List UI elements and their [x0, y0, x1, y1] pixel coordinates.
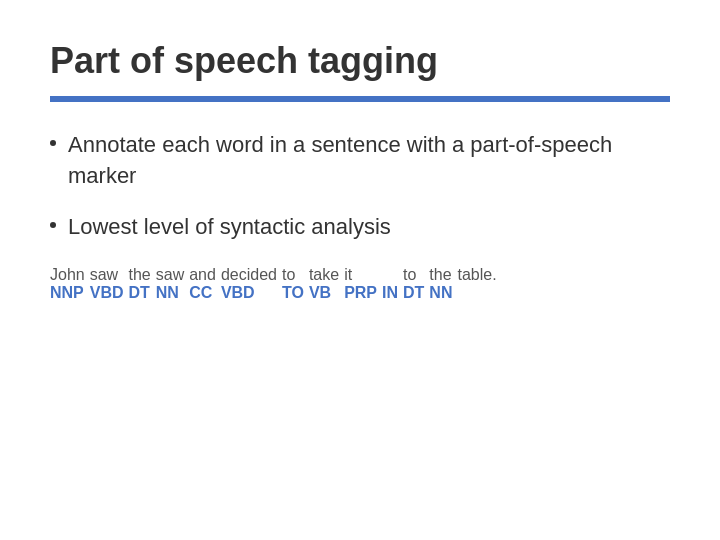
word-and: and — [189, 266, 221, 284]
tag-vbd1: VBD — [90, 284, 129, 302]
tag-to1: TO — [282, 284, 309, 302]
tag-cc: CC — [189, 284, 221, 302]
bullet-item-1: Annotate each word in a sentence with a … — [50, 130, 670, 192]
bullet-item-2: Lowest level of syntactic analysis — [50, 212, 670, 243]
tags-row: NNP VBD DT NN CC VBD TO VB PRP IN DT NN — [50, 284, 502, 302]
word-john: John — [50, 266, 90, 284]
tag-dt1: DT — [128, 284, 155, 302]
tag-vbd2: VBD — [221, 284, 282, 302]
word-to2: to — [403, 266, 429, 284]
word-to1: to — [282, 266, 309, 284]
tag-nn1: NN — [156, 284, 189, 302]
examples-section: John saw the saw and decided to take it … — [50, 266, 670, 302]
word-saw1: saw — [90, 266, 129, 284]
word-decided: decided — [221, 266, 282, 284]
word-the1: the — [128, 266, 155, 284]
divider-bar — [50, 96, 670, 102]
slide-title: Part of speech tagging — [50, 40, 670, 82]
tag-prp: PRP — [344, 284, 382, 302]
word-take: take — [309, 266, 344, 284]
word-it: it — [344, 266, 382, 284]
word-the2: the — [429, 266, 457, 284]
sentence-row: John saw the saw and decided to take it … — [50, 266, 502, 284]
word-table: table. — [457, 266, 501, 284]
word-saw2: saw — [156, 266, 189, 284]
word-gap — [382, 266, 403, 284]
tag-in: IN — [382, 284, 403, 302]
slide: Part of speech tagging Annotate each wor… — [0, 0, 720, 540]
tag-nn2: NN — [429, 284, 457, 302]
bullet-section-2: Lowest level of syntactic analysis — [50, 212, 670, 243]
tag-empty — [457, 284, 501, 302]
tag-dt2: DT — [403, 284, 429, 302]
bullet-section: Annotate each word in a sentence with a … — [50, 130, 670, 192]
tag-nnp: NNP — [50, 284, 90, 302]
sentence-table: John saw the saw and decided to take it … — [50, 266, 502, 302]
tag-vb: VB — [309, 284, 344, 302]
